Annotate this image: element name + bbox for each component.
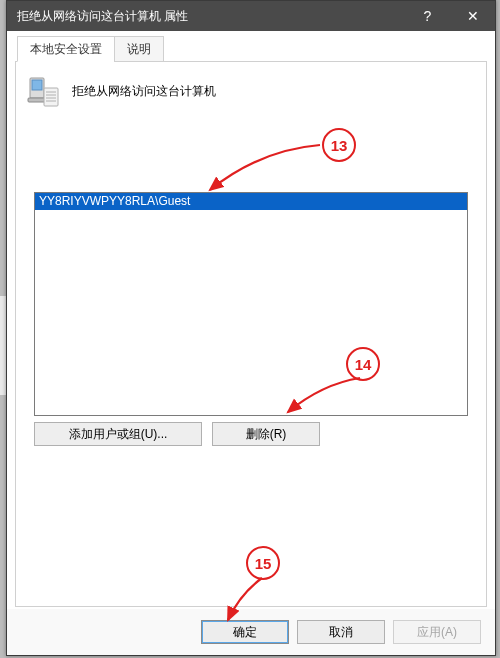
help-button[interactable]: ?: [405, 1, 450, 31]
tab-explain[interactable]: 说明: [114, 36, 164, 62]
close-button[interactable]: ✕: [450, 1, 495, 31]
policy-header: 拒绝从网络访问这台计算机: [16, 62, 486, 114]
svg-rect-1: [32, 80, 42, 90]
properties-window: 拒绝从网络访问这台计算机 属性 ? ✕ 本地安全设置 说明: [6, 0, 496, 656]
list-item[interactable]: YY8RIYVWPYY8RLA\Guest: [35, 193, 467, 210]
principals-listbox[interactable]: YY8RIYVWPYY8RLA\Guest: [34, 192, 468, 416]
policy-title: 拒绝从网络访问这台计算机: [72, 83, 216, 100]
list-button-row: 添加用户或组(U)... 删除(R): [34, 422, 468, 446]
svg-rect-3: [44, 88, 58, 106]
remove-button[interactable]: 删除(R): [212, 422, 320, 446]
window-title: 拒绝从网络访问这台计算机 属性: [7, 8, 405, 25]
cancel-button[interactable]: 取消: [297, 620, 385, 644]
dialog-footer: 确定 取消 应用(A): [7, 609, 495, 655]
tab-strip: 本地安全设置 说明: [15, 39, 487, 62]
add-user-or-group-button[interactable]: 添加用户或组(U)...: [34, 422, 202, 446]
apply-button[interactable]: 应用(A): [393, 620, 481, 644]
policy-icon: [26, 74, 60, 108]
tab-local-security-settings[interactable]: 本地安全设置: [17, 36, 115, 62]
titlebar: 拒绝从网络访问这台计算机 属性 ? ✕: [7, 1, 495, 31]
tab-content: 拒绝从网络访问这台计算机 YY8RIYVWPYY8RLA\Guest 添加用户或…: [15, 62, 487, 607]
client-area: 本地安全设置 说明 拒绝从网络访问这台计算机: [15, 39, 487, 607]
ok-button[interactable]: 确定: [201, 620, 289, 644]
svg-rect-2: [28, 98, 46, 102]
